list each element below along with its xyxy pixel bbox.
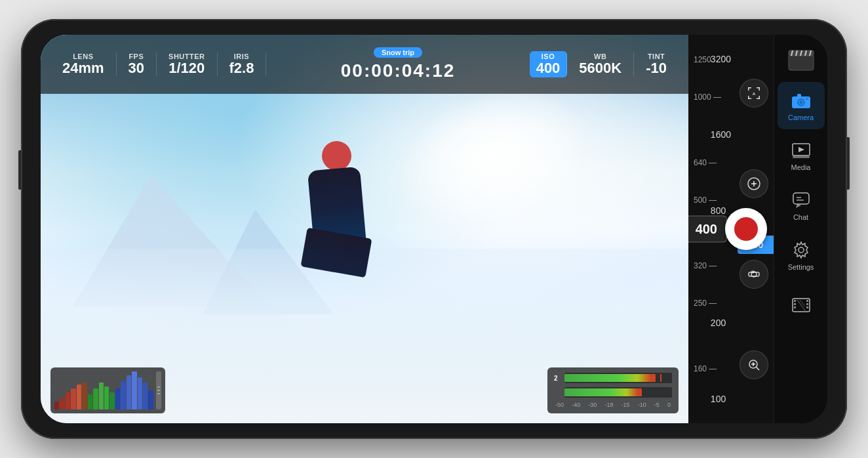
sidebar-item-settings[interactable]: Settings: [778, 232, 825, 279]
chat-svg: [792, 191, 810, 209]
media-icon: [791, 140, 812, 161]
svg-rect-1: [748, 87, 749, 91]
histogram-drag-handle[interactable]: [156, 371, 161, 409]
svg-line-16: [757, 367, 760, 371]
hist-bar: [132, 371, 136, 409]
svg-marker-36: [796, 204, 801, 208]
sidebar-media-label: Media: [791, 163, 811, 171]
major-scale-spacer5: ·: [711, 357, 731, 365]
audio-track-2: [554, 387, 672, 398]
major-scale-3200: 3200: [711, 54, 731, 64]
svg-rect-44: [806, 300, 808, 302]
fps-value: 30: [128, 60, 144, 76]
svg-rect-41: [794, 300, 796, 302]
hist-bar: [54, 402, 59, 409]
zoom-icon: [747, 358, 761, 372]
phone-device: LENS 24mm FPS 30 SHUTTER 1/120 IRIS f2.8…: [21, 19, 847, 439]
svg-rect-7: [759, 96, 760, 99]
meter-label: -30: [588, 402, 597, 408]
meter-label: -40: [572, 402, 580, 408]
hist-bar: [88, 394, 92, 409]
timecode-display: 00:00:04:12: [341, 60, 456, 81]
meter-fill-2: [564, 388, 642, 396]
hist-bar: [82, 383, 87, 409]
inner-control-buttons: A: [734, 35, 774, 423]
hist-bar: [115, 388, 120, 409]
sidebar-item-media[interactable]: Media: [778, 132, 825, 179]
histogram-bars: [54, 371, 153, 409]
meter-fill-1: [564, 374, 656, 382]
svg-line-48: [800, 300, 805, 306]
tint-display[interactable]: TINT -10: [634, 52, 679, 76]
sidebar-camera-label: Camera: [788, 114, 814, 121]
wb-display[interactable]: WB 5600K: [567, 52, 634, 76]
shutter-value: 1/120: [168, 60, 205, 76]
major-scale-1600: 1600: [711, 130, 731, 139]
hist-bar: [121, 381, 125, 410]
project-name-badge: Snow trip: [374, 47, 422, 58]
iso-selected-value[interactable]: 400: [688, 216, 727, 243]
hist-bar: [138, 377, 142, 409]
hist-bar: [60, 398, 64, 409]
sidebar-item-lut[interactable]: [778, 281, 825, 329]
camera-switch-icon: [747, 267, 761, 281]
major-scale-spacer4: ·: [711, 281, 731, 289]
meter-label: -50: [555, 402, 564, 408]
lut-svg: [792, 297, 810, 313]
hist-bar: [99, 383, 104, 409]
iso-value: 400: [536, 60, 561, 76]
volume-button[interactable]: [18, 150, 21, 190]
hist-bar: [127, 375, 131, 409]
app-sidebar: Camera Media: [774, 35, 827, 423]
audio-meter-panel: 2 -50 -40 -30 -18 -1: [547, 367, 679, 413]
sidebar-item-camera[interactable]: Camera: [778, 82, 825, 129]
zoom-button[interactable]: [740, 350, 768, 379]
clapper-icon-top[interactable]: [778, 43, 825, 77]
lut-icon: [791, 295, 812, 316]
iris-display: IRIS f2.8: [218, 52, 267, 76]
sidebar-chat-label: Chat: [793, 213, 808, 221]
meter-label: -15: [621, 402, 630, 408]
settings-icon: [791, 239, 812, 260]
hud-top-bar: LENS 24mm FPS 30 SHUTTER 1/120 IRIS f2.8…: [41, 35, 688, 94]
phone-screen: LENS 24mm FPS 30 SHUTTER 1/120 IRIS f2.8…: [41, 35, 827, 423]
camera-svg: [791, 92, 811, 109]
meter-label: -10: [638, 402, 646, 408]
svg-rect-42: [794, 303, 796, 305]
sidebar-item-chat[interactable]: Chat: [778, 182, 825, 229]
wb-label: WB: [594, 52, 606, 60]
hist-bar: [66, 392, 70, 409]
hist-bar: [77, 385, 81, 409]
hist-bar: [93, 388, 98, 409]
iso-display[interactable]: ISO 400: [530, 51, 568, 77]
camera-icon: [791, 90, 812, 111]
exposure-plus-button[interactable]: [740, 169, 768, 198]
iris-value: f2.8: [229, 60, 254, 76]
svg-rect-45: [806, 303, 808, 305]
meter-label: -18: [604, 402, 613, 408]
meter-bar-2: [564, 387, 672, 398]
power-button[interactable]: [847, 137, 850, 190]
hist-bar: [148, 390, 153, 409]
meter-labels: -50 -40 -30 -18 -15 -10 -5 0: [554, 402, 672, 408]
camera-switch-button[interactable]: [740, 260, 768, 289]
hist-bar: [109, 392, 114, 409]
autofocus-button[interactable]: A: [740, 79, 768, 108]
meter-label: -5: [654, 402, 660, 408]
svg-point-29: [799, 101, 802, 104]
major-scale-spacer: ·: [711, 93, 731, 101]
svg-rect-43: [794, 306, 796, 308]
svg-rect-3: [759, 87, 760, 91]
skier-head: [322, 141, 351, 171]
svg-text:A: A: [753, 92, 756, 96]
exposure-plus-icon: [747, 177, 761, 191]
af-icon: A: [747, 86, 761, 100]
svg-rect-31: [806, 98, 808, 100]
settings-svg: [792, 241, 810, 259]
svg-rect-35: [793, 193, 809, 204]
major-scale-100: 100: [711, 394, 731, 404]
svg-rect-19: [789, 54, 814, 70]
camera-viewfinder[interactable]: LENS 24mm FPS 30 SHUTTER 1/120 IRIS f2.8…: [41, 35, 688, 423]
histogram-panel: [50, 367, 165, 413]
clapper-board-icon: [787, 48, 815, 72]
